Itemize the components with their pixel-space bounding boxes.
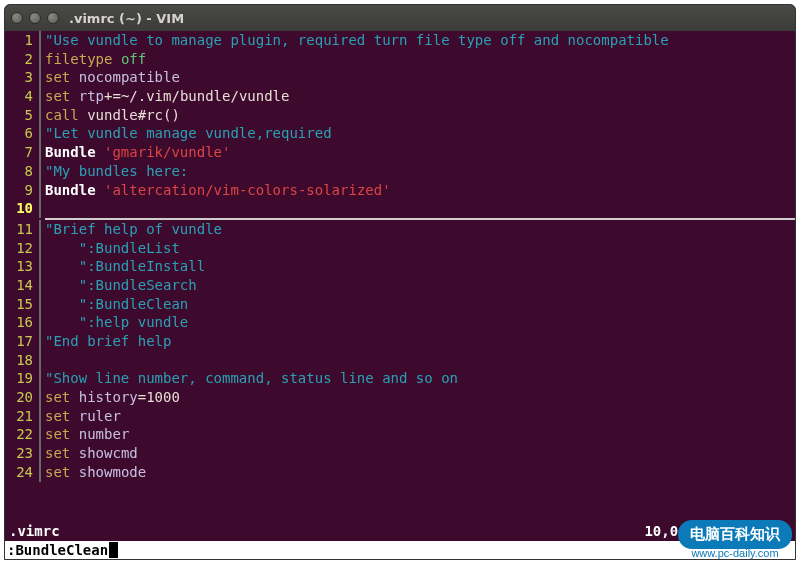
editor-line: 17"End brief help	[5, 332, 795, 351]
vim-window: .vimrc (~) - VIM 1"Use vundle to manage …	[4, 4, 796, 560]
line-content: ":BundleClean	[45, 295, 795, 314]
line-number: 20	[5, 388, 39, 407]
line-content: set ruler	[45, 407, 795, 426]
line-number: 3	[5, 68, 39, 87]
editor-line: 16 ":help vundle	[5, 313, 795, 332]
editor-line: 23set showcmd	[5, 444, 795, 463]
command-text: :BundleClean	[7, 542, 108, 558]
editor-line: 20set history=1000	[5, 388, 795, 407]
line-number: 14	[5, 276, 39, 295]
editor-line: 3set nocompatible	[5, 68, 795, 87]
editor-line: 14 ":BundleSearch	[5, 276, 795, 295]
status-scroll: 顶端	[755, 522, 783, 540]
line-number: 1	[5, 31, 39, 50]
line-number: 17	[5, 332, 39, 351]
line-number: 18	[5, 351, 39, 370]
line-content: filetype off	[45, 50, 795, 69]
editor-line: 2filetype off	[5, 50, 795, 69]
editor-line: 8"My bundles here:	[5, 162, 795, 181]
editor-line: 15 ":BundleClean	[5, 295, 795, 314]
close-icon[interactable]	[11, 12, 23, 24]
line-content: "End brief help	[45, 332, 795, 351]
line-content	[45, 351, 795, 370]
titlebar: .vimrc (~) - VIM	[5, 5, 795, 31]
line-number: 22	[5, 425, 39, 444]
line-number: 19	[5, 369, 39, 388]
editor-line: 13 ":BundleInstall	[5, 257, 795, 276]
line-content: set nocompatible	[45, 68, 795, 87]
line-number: 13	[5, 257, 39, 276]
line-content: Bundle 'altercation/vim-colors-solarized…	[45, 181, 795, 200]
cursor-icon	[109, 542, 118, 558]
line-content: "Use vundle to manage plugin, required t…	[45, 31, 795, 50]
status-line: .vimrc 10,0-1 顶端	[5, 521, 795, 541]
line-content: "Let vundle manage vundle,required	[45, 124, 795, 143]
line-number: 10	[5, 199, 39, 218]
window-title: .vimrc (~) - VIM	[69, 11, 184, 26]
line-content: ":help vundle	[45, 313, 795, 332]
status-filename: .vimrc	[9, 523, 60, 539]
editor-line: 1"Use vundle to manage plugin, required …	[5, 31, 795, 50]
line-number: 5	[5, 106, 39, 125]
editor-line: 7Bundle 'gmarik/vundle'	[5, 143, 795, 162]
line-content: set showcmd	[45, 444, 795, 463]
line-content: set number	[45, 425, 795, 444]
maximize-icon[interactable]	[47, 12, 59, 24]
editor-line: 19"Show line number, command, status lin…	[5, 369, 795, 388]
editor-line: 18	[5, 351, 795, 370]
line-content: "My bundles here:	[45, 162, 795, 181]
line-content: "Brief help of vundle	[45, 220, 795, 239]
minimize-icon[interactable]	[29, 12, 41, 24]
editor-area[interactable]: 1"Use vundle to manage plugin, required …	[5, 31, 795, 521]
editor-line: 5call vundle#rc()	[5, 106, 795, 125]
line-content: ":BundleList	[45, 239, 795, 258]
editor-line: 21set ruler	[5, 407, 795, 426]
line-content: set history=1000	[45, 388, 795, 407]
line-number: 9	[5, 181, 39, 200]
editor-line: 12 ":BundleList	[5, 239, 795, 258]
line-number: 6	[5, 124, 39, 143]
line-content: Bundle 'gmarik/vundle'	[45, 143, 795, 162]
line-content: ":BundleInstall	[45, 257, 795, 276]
status-position: 10,0-1	[644, 523, 695, 539]
line-content: ":BundleSearch	[45, 276, 795, 295]
line-number: 23	[5, 444, 39, 463]
line-number: 12	[5, 239, 39, 258]
command-line[interactable]: :BundleClean	[5, 541, 795, 559]
line-content: "Show line number, command, status line …	[45, 369, 795, 388]
editor-line: 9Bundle 'altercation/vim-colors-solarize…	[5, 181, 795, 200]
editor-line: 10	[5, 199, 795, 218]
line-number: 8	[5, 162, 39, 181]
line-content: set rtp+=~/.vim/bundle/vundle	[45, 87, 795, 106]
line-number: 11	[5, 220, 39, 239]
line-content	[45, 199, 795, 218]
editor-line: 11"Brief help of vundle	[5, 220, 795, 239]
line-number: 2	[5, 50, 39, 69]
line-number: 21	[5, 407, 39, 426]
editor-line: 24set showmode	[5, 463, 795, 482]
line-number: 24	[5, 463, 39, 482]
line-content: set showmode	[45, 463, 795, 482]
editor-line: 22set number	[5, 425, 795, 444]
line-content: call vundle#rc()	[45, 106, 795, 125]
line-number: 4	[5, 87, 39, 106]
line-number: 15	[5, 295, 39, 314]
editor-line: 6"Let vundle manage vundle,required	[5, 124, 795, 143]
line-number: 7	[5, 143, 39, 162]
line-number: 16	[5, 313, 39, 332]
editor-line: 4set rtp+=~/.vim/bundle/vundle	[5, 87, 795, 106]
